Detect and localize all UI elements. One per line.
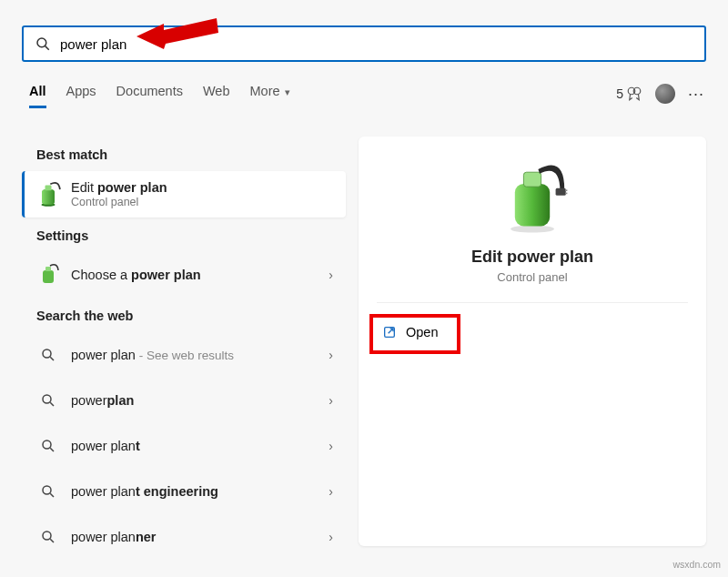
rewards-badge[interactable]: 5 <box>616 86 642 102</box>
search-icon <box>40 483 56 500</box>
svg-rect-26 <box>565 193 567 195</box>
filter-tabs: All Apps Documents Web More ▾ <box>29 84 290 108</box>
svg-point-15 <box>43 440 51 449</box>
search-icon <box>40 347 56 363</box>
medal-icon <box>626 86 642 102</box>
chevron-right-icon: › <box>329 530 333 544</box>
svg-line-12 <box>50 357 54 360</box>
more-options-button[interactable]: ··· <box>688 85 704 104</box>
web-result[interactable]: power planner › <box>22 514 346 560</box>
svg-rect-9 <box>43 270 54 283</box>
svg-rect-23 <box>523 172 541 187</box>
watermark: wsxdn.com <box>672 559 721 570</box>
result-subtitle: Control panel <box>71 196 333 208</box>
chevron-right-icon: › <box>329 268 333 282</box>
svg-point-11 <box>43 349 51 358</box>
tab-apps[interactable]: Apps <box>66 84 96 108</box>
tab-all[interactable]: All <box>29 84 46 108</box>
search-icon <box>40 438 56 454</box>
top-right-controls: 5 ··· <box>616 84 704 104</box>
web-result[interactable]: power plan - See web results › <box>22 332 346 378</box>
search-bar[interactable] <box>22 25 706 62</box>
result-label: powerplan <box>71 393 329 408</box>
results-column: Best match Edit power plan Control panel… <box>22 137 346 560</box>
tab-documents[interactable]: Documents <box>116 84 183 108</box>
result-label: Edit power plan Control panel <box>71 180 333 208</box>
power-plan-icon <box>35 181 62 208</box>
search-icon <box>40 529 56 545</box>
chevron-right-icon: › <box>329 348 333 362</box>
svg-point-13 <box>43 395 51 403</box>
chevron-down-icon: ▾ <box>282 86 290 97</box>
svg-rect-10 <box>46 267 51 271</box>
detail-subtitle: Control panel <box>371 270 693 284</box>
search-icon <box>35 35 51 52</box>
section-settings: Settings <box>36 228 331 243</box>
svg-line-16 <box>50 448 54 451</box>
result-choose-power-plan[interactable]: Choose a power plan › <box>22 252 346 298</box>
svg-rect-8 <box>46 185 52 190</box>
web-result[interactable]: power plant engineering › <box>22 469 346 514</box>
chevron-right-icon: › <box>329 393 333 408</box>
detail-panel: Edit power plan Control panel Open <box>359 137 706 546</box>
svg-line-14 <box>50 402 54 406</box>
tab-more[interactable]: More ▾ <box>250 84 290 108</box>
open-label: Open <box>406 325 438 339</box>
result-label: power plan - See web results <box>71 348 329 362</box>
chevron-right-icon: › <box>329 484 333 499</box>
result-label: power planner <box>71 530 329 544</box>
result-label: power plant engineering <box>71 484 329 499</box>
svg-rect-25 <box>565 189 567 191</box>
divider <box>377 302 688 303</box>
result-label: Choose a power plan <box>71 268 329 282</box>
open-button[interactable]: Open <box>371 318 454 347</box>
open-external-icon <box>382 325 397 339</box>
svg-rect-22 <box>515 184 550 226</box>
result-label: power plant <box>71 439 329 453</box>
svg-line-1 <box>46 46 49 50</box>
detail-title: Edit power plan <box>371 248 693 267</box>
power-plan-large-icon <box>496 162 569 235</box>
chevron-right-icon: › <box>329 439 333 453</box>
svg-rect-7 <box>42 189 55 204</box>
svg-point-19 <box>43 531 51 540</box>
user-avatar[interactable] <box>655 84 675 104</box>
web-result[interactable]: power plant › <box>22 423 346 469</box>
svg-point-21 <box>511 226 554 233</box>
svg-point-17 <box>43 486 51 494</box>
section-search-web: Search the web <box>36 309 331 323</box>
web-result[interactable]: powerplan › <box>22 378 346 423</box>
svg-line-20 <box>50 539 54 542</box>
svg-point-0 <box>37 38 46 47</box>
search-icon <box>40 392 56 409</box>
search-input[interactable] <box>60 36 693 52</box>
svg-line-18 <box>50 493 54 497</box>
result-edit-power-plan[interactable]: Edit power plan Control panel <box>22 171 346 218</box>
tab-web[interactable]: Web <box>203 84 230 108</box>
rewards-count: 5 <box>616 86 623 101</box>
section-best-match: Best match <box>36 147 331 162</box>
svg-rect-24 <box>556 188 566 196</box>
power-plan-icon <box>35 261 62 288</box>
